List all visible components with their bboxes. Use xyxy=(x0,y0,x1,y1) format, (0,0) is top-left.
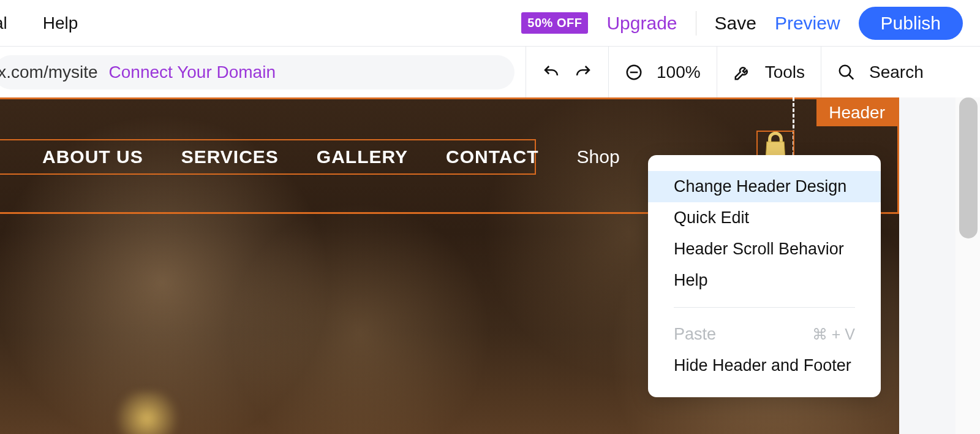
undo-icon[interactable] xyxy=(542,63,560,82)
site-url-pill[interactable]: ix.com/mysite Connect Your Domain xyxy=(0,55,514,89)
zoom-out-icon[interactable] xyxy=(625,63,643,82)
svg-line-3 xyxy=(849,74,854,79)
header-context-menu: Change Header Design Quick Edit Header S… xyxy=(648,155,881,397)
site-url-text: ix.com/mysite xyxy=(0,63,98,82)
separator xyxy=(696,11,696,36)
top-menu-right: 50% OFF Upgrade Save Preview Publish xyxy=(521,7,963,40)
svg-point-2 xyxy=(840,65,851,76)
editor-canvas-wrap: Header ABOUT US SERVICES GALLERY CONTACT… xyxy=(0,97,980,434)
ctx-header-scroll-behavior[interactable]: Header Scroll Behavior xyxy=(648,234,881,265)
editor-toolbar: ix.com/mysite Connect Your Domain 100% T… xyxy=(0,47,980,97)
history-group xyxy=(526,47,608,97)
nav-item-services[interactable]: SERVICES xyxy=(181,147,279,167)
redo-icon[interactable] xyxy=(574,63,592,82)
ctx-hide-header-footer[interactable]: Hide Header and Footer xyxy=(648,350,881,381)
search-label: Search xyxy=(869,63,924,82)
top-menu-bar: al Help 50% OFF Upgrade Save Preview Pub… xyxy=(0,0,980,47)
zoom-value: 100% xyxy=(657,63,701,82)
nav-item-gallery[interactable]: GALLERY xyxy=(317,147,408,167)
top-menu-left: al Help xyxy=(0,13,78,33)
discount-badge: 50% OFF xyxy=(521,12,588,34)
ctx-quick-edit[interactable]: Quick Edit xyxy=(648,202,881,234)
ctx-help[interactable]: Help xyxy=(648,265,881,296)
upgrade-link[interactable]: Upgrade xyxy=(606,13,677,34)
nav-item-about[interactable]: ABOUT US xyxy=(42,147,143,167)
vertical-scrollbar[interactable] xyxy=(956,97,980,434)
nav-item-shop[interactable]: Shop xyxy=(577,147,620,167)
ctx-divider xyxy=(674,307,855,308)
ctx-paste-shortcut: ⌘ + V xyxy=(812,326,855,343)
preview-button[interactable]: Preview xyxy=(775,13,840,34)
connect-domain-link[interactable]: Connect Your Domain xyxy=(109,63,276,82)
blur-highlight xyxy=(110,391,184,434)
tools-label: Tools xyxy=(765,63,805,82)
menu-item-partial[interactable]: al xyxy=(0,13,7,33)
scrollbar-thumb[interactable] xyxy=(959,97,978,238)
site-canvas[interactable]: Header ABOUT US SERVICES GALLERY CONTACT… xyxy=(0,97,899,434)
zoom-group[interactable]: 100% xyxy=(608,47,717,97)
search-group[interactable]: Search xyxy=(821,47,940,97)
ctx-paste: Paste ⌘ + V xyxy=(648,319,881,350)
publish-button[interactable]: Publish xyxy=(859,7,963,40)
nav-item-contact[interactable]: CONTACT xyxy=(446,147,538,167)
menu-item-help[interactable]: Help xyxy=(43,13,78,33)
nav-menu[interactable]: ABOUT US SERVICES GALLERY CONTACT Shop xyxy=(0,139,536,175)
search-icon xyxy=(837,63,856,82)
save-button[interactable]: Save xyxy=(715,13,756,34)
ctx-paste-label: Paste xyxy=(674,325,716,344)
ctx-change-header-design[interactable]: Change Header Design xyxy=(648,171,881,202)
tools-group[interactable]: Tools xyxy=(717,47,821,97)
header-tag-label: Header xyxy=(816,99,897,126)
wrench-icon xyxy=(733,63,752,82)
